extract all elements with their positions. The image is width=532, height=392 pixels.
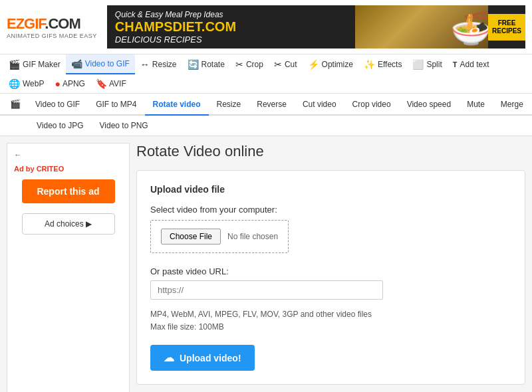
back-button[interactable]: ← xyxy=(14,150,122,159)
select-label: Select video from your computer: xyxy=(150,205,511,215)
nav1-effects[interactable]: ✨ Effects xyxy=(358,55,407,74)
upload-box: Upload video file Select video from your… xyxy=(136,170,525,385)
nav1-cut[interactable]: ✂ Cut xyxy=(269,55,303,74)
page-title: Rotate Video online xyxy=(136,143,525,160)
upload-btn-label: Upload video! xyxy=(180,353,241,363)
nav2-reverse[interactable]: Reverse xyxy=(249,94,295,116)
nav1-gif-maker[interactable]: 🎬 GIF Maker xyxy=(3,55,66,74)
report-ad-button[interactable]: Report this ad xyxy=(22,179,115,203)
nav1-optimize[interactable]: ⚡ Optimize xyxy=(303,55,358,74)
nav2-video-to-png[interactable]: Video to PNG xyxy=(92,116,156,137)
nav1-resize[interactable]: ↔ Resize xyxy=(135,55,182,74)
criteo-brand: CRITEO xyxy=(37,165,65,173)
nav-bar-1: 🎬 GIF Maker 📹 Video to GIF ↔ Resize 🔄 Ro… xyxy=(0,54,532,94)
resize-icon: ↔ xyxy=(140,59,150,70)
upload-icon: ☁ xyxy=(164,351,174,364)
nav2-video-speed[interactable]: Video speed xyxy=(399,94,460,116)
ad-label: Ad by CRITEO xyxy=(14,165,122,173)
add-text-icon: T xyxy=(453,60,458,68)
video-to-gif-icon: 📹 xyxy=(71,58,82,69)
nav1-rotate[interactable]: 🔄 Rotate xyxy=(182,55,230,74)
nav2: 🎬 Video to GIF GIF to MP4 Rotate video R… xyxy=(0,94,532,116)
nav2-crop-video[interactable]: Crop video xyxy=(344,94,399,116)
banner: Quick & Easy Meal Prep Ideas CHAMPSDIET.… xyxy=(107,5,525,49)
crop-icon: ✂ xyxy=(235,59,243,70)
banner-text: Quick & Easy Meal Prep Ideas CHAMPSDIET.… xyxy=(107,5,355,49)
file-info: MP4, WebM, AVI, MPEG, FLV, MOV, 3GP and … xyxy=(150,310,511,319)
logo-subtitle: ANIMATED GIFS MADE EASY xyxy=(7,33,97,39)
url-input[interactable] xyxy=(150,280,383,300)
nav2-rotate-video[interactable]: Rotate video xyxy=(145,94,209,116)
nav2-video-to-gif[interactable]: Video to GIF xyxy=(27,94,88,116)
header: EZGIF.COM ANIMATED GIFS MADE EASY Quick … xyxy=(0,0,532,54)
choose-file-button[interactable]: Choose File xyxy=(161,229,221,245)
banner-sub: DELICIOUS RECIPES xyxy=(115,35,347,45)
ad-choices-button[interactable]: Ad choices ▶ xyxy=(22,213,115,235)
apng-icon: ● xyxy=(55,78,60,89)
nav-bar-2-row1: 🎬 Video to GIF GIF to MP4 Rotate video R… xyxy=(0,94,532,136)
effects-icon: ✨ xyxy=(364,59,375,70)
nav2-mute[interactable]: Mute xyxy=(459,94,493,116)
cut-icon: ✂ xyxy=(274,59,282,70)
file-size: Max file size: 100MB xyxy=(150,322,511,332)
no-file-text: No file chosen xyxy=(227,232,278,241)
banner-brand: CHAMPSDIET.COM xyxy=(115,19,347,35)
banner-badge: FREE RECIPES xyxy=(488,14,525,41)
sidebar: ← Ad by CRITEO Report this ad Ad choices… xyxy=(7,143,130,392)
nav2-row2: Video to JPG Video to PNG xyxy=(0,116,532,136)
nav2-film-icon: 🎬 xyxy=(3,94,27,114)
avif-icon: 🔖 xyxy=(96,78,107,89)
nav1-crop[interactable]: ✂ Crop xyxy=(230,55,269,74)
nav2-cut-video[interactable]: Cut video xyxy=(295,94,344,116)
nav1-webp[interactable]: 🌐 WebP xyxy=(3,74,49,93)
upload-button[interactable]: ☁ Upload video! xyxy=(150,345,255,371)
nav1-add-text[interactable]: T Add text xyxy=(448,56,495,73)
banner-tagline: Quick & Easy Meal Prep Ideas xyxy=(115,10,347,19)
gif-maker-icon: 🎬 xyxy=(9,59,20,70)
nav2-resize[interactable]: Resize xyxy=(209,94,249,116)
logo: EZGIF.COM ANIMATED GIFS MADE EASY xyxy=(7,15,97,39)
nav1-split[interactable]: ⬜ Split xyxy=(407,55,447,74)
file-input-area: Choose File No file chosen xyxy=(150,220,289,253)
logo-text: EZGIF.COM xyxy=(7,15,97,33)
url-label: Or paste video URL: xyxy=(150,266,511,276)
content-area: ← Ad by CRITEO Report this ad Ad choices… xyxy=(0,136,532,392)
upload-section-title: Upload video file xyxy=(150,184,511,195)
split-icon: ⬜ xyxy=(412,59,424,70)
nav2-merge[interactable]: Merge xyxy=(493,94,531,116)
nav1-avif[interactable]: 🔖 AVIF xyxy=(90,74,132,93)
banner-image xyxy=(355,5,488,49)
nav2-video-to-jpg[interactable]: Video to JPG xyxy=(29,116,92,137)
rotate-icon: 🔄 xyxy=(188,59,199,70)
nav1-apng[interactable]: ● APNG xyxy=(49,74,90,93)
main-content: Rotate Video online Upload video file Se… xyxy=(136,143,525,392)
nav2-gif-to-mp4[interactable]: GIF to MP4 xyxy=(88,94,144,116)
optimize-icon: ⚡ xyxy=(308,59,319,70)
webp-icon: 🌐 xyxy=(9,78,20,89)
nav1-video-to-gif[interactable]: 📹 Video to GIF xyxy=(66,54,135,74)
